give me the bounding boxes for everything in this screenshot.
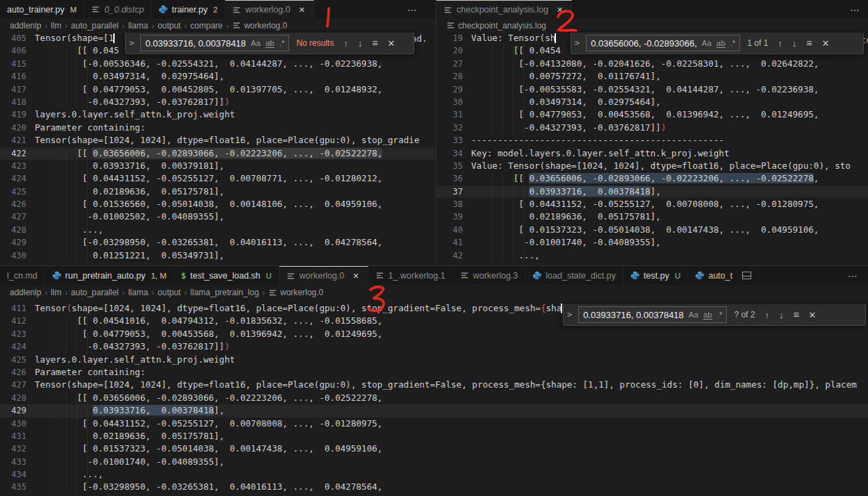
code-line: 38 [ 0.04431152, -0.05255127, 0.00708008…	[436, 198, 868, 210]
code-line: 432 [ 0.01537323, -0.05014038, 0.0014743…	[0, 443, 868, 455]
breadcrumb-item[interactable]: llm	[51, 21, 61, 31]
tab-label: l_cn.md	[7, 271, 38, 281]
tab-workerlog-0[interactable]: workerlog.0✕	[225, 0, 314, 19]
tab-label: 1_.workerlog.1	[388, 271, 445, 281]
split-editor-icon[interactable]	[742, 272, 751, 279]
editor-content[interactable]: 19Value: Tensor(sh20 [[ 0.045427 [-0.041…	[436, 32, 868, 265]
text-cursor	[555, 33, 556, 43]
tab-0-0-distcp[interactable]: 0_0.distcp	[84, 0, 152, 19]
tab-workerlog-0[interactable]: workerlog.0✕	[279, 266, 368, 285]
tab-1-workerlog-1[interactable]: 1_.workerlog.1	[368, 266, 453, 285]
indent-guide	[66, 481, 67, 493]
breadcrumb-item[interactable]: output	[158, 21, 181, 31]
line-text: 0.00757272, 0.01176741],	[471, 70, 661, 83]
breadcrumb-item[interactable]: addlenlp	[10, 21, 41, 31]
find-widget: >0.03933716, 0.00378418Aaab.*? of 2↑↓≡✕	[563, 304, 866, 326]
python-icon	[52, 271, 61, 280]
code-line: 433 -0.01001740, -0.04089355],	[0, 456, 868, 468]
find-input[interactable]: 0.03933716, 0.00378418Aaab.*	[140, 35, 289, 51]
code-line: 31 [ 0.04779053, 0.00453568, 0.01396942,…	[436, 108, 868, 121]
breadcrumb-item[interactable]: addlenlp	[10, 288, 41, 297]
close-find-button[interactable]: ✕	[806, 310, 819, 320]
line-number: 428	[0, 392, 35, 404]
line-text: [[ 0.0454	[471, 44, 561, 57]
whole-word-toggle[interactable]: ab	[703, 311, 712, 320]
indent-guide	[66, 430, 67, 443]
breadcrumb-item[interactable]: auto_parallel	[71, 288, 119, 297]
line-text: layers.0.layer.self_attn.k_proj.weight	[35, 108, 235, 121]
indent-guide	[76, 468, 77, 481]
breadcrumb-item[interactable]: output	[158, 288, 181, 297]
find-status: No results	[296, 38, 334, 48]
code-line: 428 [[ 0.03656006, -0.02893066, -0.02223…	[0, 392, 868, 404]
line-number: 41	[436, 236, 471, 249]
breadcrumb-item[interactable]: workerlog.0	[232, 21, 287, 31]
log-file-icon	[286, 272, 295, 281]
indent-guide	[87, 96, 88, 108]
breadcrumb-label: checkpoint_analysis.log	[458, 21, 546, 31]
line-number: 423	[0, 328, 35, 340]
breadcrumb-item[interactable]: checkpoint_analysis.log	[446, 21, 546, 31]
breadcrumb-item[interactable]: llm	[51, 288, 61, 297]
toggle-replace-chevron-icon[interactable]: >	[127, 38, 136, 48]
match-case-toggle[interactable]: Aa	[702, 39, 712, 47]
indent-guide	[76, 70, 77, 83]
editor-content[interactable]: 411Tensor(shape=[1024, 1024], dtype=floa…	[0, 302, 868, 496]
indent-guide	[492, 210, 493, 223]
find-in-selection-button[interactable]: ≡	[790, 309, 801, 320]
tab-l-cn-md[interactable]: l_cn.md	[0, 266, 45, 285]
breadcrumb-item[interactable]: llama	[128, 288, 148, 297]
tab-label: workerlog.0	[300, 271, 345, 281]
regex-toggle[interactable]: .*	[717, 311, 723, 319]
indent-guide	[502, 172, 503, 185]
close-find-button[interactable]: ✕	[385, 38, 398, 49]
code-line: 426Parameter containing:	[0, 366, 868, 379]
find-input[interactable]: 0.03933716, 0.00378418Aaab.*	[578, 306, 727, 323]
editor-content[interactable]: 405Tensor(shape=[1406 [[ 0.045415 [-0.00…	[0, 32, 436, 265]
previous-match-button[interactable]: ↑	[341, 38, 351, 49]
breadcrumb: addlenlp›llm›auto_parallel›llama›output›…	[0, 285, 868, 300]
next-match-button[interactable]: ↓	[776, 310, 787, 320]
tab-workerlog-3[interactable]: workerlog.3	[453, 266, 526, 285]
tab-auto-t[interactable]: auto_t	[688, 266, 759, 285]
regex-toggle[interactable]: .*	[279, 39, 285, 47]
more-actions-icon[interactable]: ⋯	[403, 0, 422, 19]
match-case-toggle[interactable]: Aa	[689, 311, 698, 319]
close-icon[interactable]: ✕	[555, 5, 564, 15]
more-actions-icon[interactable]: ⋯	[846, 0, 865, 19]
find-in-selection-button[interactable]: ≡	[369, 38, 380, 49]
breadcrumb-item[interactable]: auto_parallel	[71, 21, 119, 31]
toggle-replace-chevron-icon[interactable]: >	[565, 310, 574, 320]
close-icon[interactable]: ✕	[351, 271, 360, 281]
close-icon[interactable]: ✕	[297, 5, 306, 15]
more-actions-icon[interactable]: ⋯	[844, 266, 862, 285]
breadcrumb-item[interactable]: llama	[128, 21, 148, 31]
tab-test-py[interactable]: test.pyU	[623, 266, 688, 285]
breadcrumb-item[interactable]: llama_pretrain_log	[190, 288, 259, 297]
toggle-replace-chevron-icon[interactable]: >	[573, 38, 582, 48]
close-find-button[interactable]: ✕	[819, 38, 833, 49]
previous-match-button[interactable]: ↑	[775, 38, 785, 49]
breadcrumb-item[interactable]: workerlog.0	[268, 288, 323, 297]
whole-word-toggle[interactable]: ab	[716, 39, 726, 48]
tab-run-pretrain-auto-py[interactable]: run_pretrain_auto.py1, M	[45, 266, 174, 285]
whole-word-toggle[interactable]: ab	[265, 39, 275, 48]
tab-auto-trainer-py[interactable]: auto_trainer.pyM	[0, 0, 84, 19]
match-case-toggle[interactable]: Aa	[251, 39, 261, 47]
tab-test-save-load-sh[interactable]: $test_save_load.shU	[174, 266, 279, 285]
previous-match-button[interactable]: ↑	[762, 310, 772, 320]
next-match-button[interactable]: ↓	[355, 38, 366, 49]
find-status: ? of 2	[734, 310, 755, 320]
find-input[interactable]: 0.03656006, -0.02893066,Aaab.*	[586, 35, 740, 51]
tab-load-state-dict-py[interactable]: load_state_dict.py	[525, 266, 623, 285]
next-match-button[interactable]: ↓	[789, 38, 800, 49]
find-in-selection-button[interactable]: ≡	[803, 38, 814, 49]
regex-toggle[interactable]: .*	[730, 39, 736, 47]
indent-guide	[513, 172, 514, 185]
indent-guide	[492, 224, 493, 236]
chevron-right-icon: ›	[184, 22, 187, 30]
breadcrumb-item[interactable]: compare	[190, 21, 223, 31]
tab-trainer-py[interactable]: trainer.py2	[152, 0, 225, 19]
indent-guide	[513, 198, 514, 210]
tab-checkpoint-analysis-log[interactable]: checkpoint_analysis.log✕	[436, 0, 572, 19]
